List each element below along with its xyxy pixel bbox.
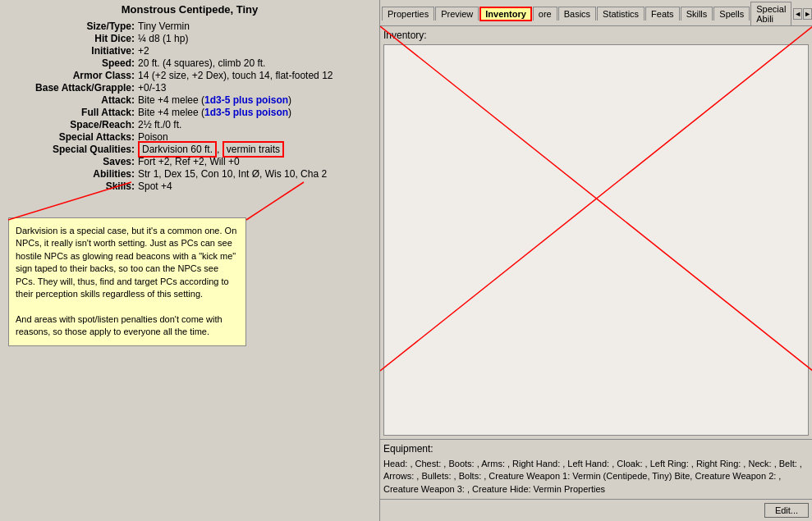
stat-label: Armor Class: [7,70,138,81]
stat-table: Size/Type: Tiny Vermin Hit Dice: ¼ d8 (1… [0,19,379,194]
left-panel: Monstrous Centipede, Tiny Size/Type: Tin… [0,0,379,521]
stat-label: Base Attack/Grapple: [7,82,138,94]
table-row: Abilities: Str 1, Dex 15, Con 10, Int Ø,… [7,168,373,180]
table-row: Hit Dice: ¼ d8 (1 hp) [7,33,373,44]
stat-value: Str 1, Dex 15, Con 10, Int Ø, Wis 10, Ch… [138,168,373,180]
stat-label: Special Qualities: [7,144,138,155]
stat-label: Full Attack: [7,107,138,118]
stat-value: 20 ft. (4 squares), climb 20 ft. [138,57,373,69]
stat-label: Hit Dice: [7,33,138,44]
edit-button[interactable]: Edit... [764,503,809,518]
stat-label: Space/Reach: [7,119,138,130]
table-row: Armor Class: 14 (+2 size, +2 Dex), touch… [7,70,373,81]
table-row: Skills: Spot +4 [7,181,373,192]
stat-value: ¼ d8 (1 hp) [138,33,373,44]
stat-value: 14 (+2 size, +2 Dex), touch 14, flat-foo… [138,70,373,81]
stat-label: Speed: [7,57,138,69]
stat-label: Skills: [7,181,138,192]
bottom-bar: Edit... [380,499,812,521]
stat-value: Bite +4 melee (1d3-5 plus poison) [138,107,373,118]
stat-value: Spot +4 [138,181,373,192]
stat-label: Abilities: [7,168,138,180]
right-panel: Properties Preview Inventory ore Basics … [379,0,812,521]
tab-statistics[interactable]: Statistics [597,7,645,21]
stat-label: Special Attacks: [7,131,138,143]
tab-basics[interactable]: Basics [558,7,596,21]
tab-next-button[interactable]: ► [803,8,812,20]
stat-value: +2 [138,45,373,57]
tab-properties[interactable]: Properties [382,7,434,21]
tab-inventory[interactable]: Inventory [479,7,532,21]
full-attack-link[interactable]: 1d3-5 plus poison [204,107,288,118]
table-row: Initiative: +2 [7,45,373,57]
creature-title: Monstrous Centipede, Tiny [0,0,379,19]
stat-value: +0/-13 [138,82,373,94]
vermin-traits-highlight[interactable]: vermin traits [222,141,284,158]
inventory-area: Inventory: [380,26,812,439]
table-row: Special Qualities: Darkvision 60 ft., ve… [7,144,373,155]
stat-label: Saves: [7,156,138,167]
tab-bar: Properties Preview Inventory ore Basics … [380,0,812,26]
equipment-section: Equipment: Head: , Chest: , Boots: , Arm… [380,439,812,499]
tab-prev-button[interactable]: ◄ [793,8,802,20]
equipment-content: Head: , Chest: , Boots: , Arms: , Right … [383,458,809,496]
stat-value: 2½ ft./0 ft. [138,119,373,130]
stat-value: Tiny Vermin [138,21,373,32]
darkvision-highlight[interactable]: Darkvision 60 ft. [138,141,217,158]
attack-link[interactable]: 1d3-5 plus poison [204,94,288,106]
stat-label: Initiative: [7,45,138,57]
stat-label: Size/Type: [7,21,138,32]
table-row: Space/Reach: 2½ ft./0 ft. [7,119,373,130]
tab-special-abili[interactable]: Special Abili [750,2,791,25]
tooltip-paragraph-2: And areas with spot/listen penalties don… [16,313,239,339]
table-row: Saves: Fort +2, Ref +2, Will +0 [7,156,373,167]
stat-value: Darkvision 60 ft., vermin traits [138,144,373,155]
equipment-label: Equipment: [383,443,809,455]
inventory-label: Inventory: [383,30,809,41]
tab-feats[interactable]: Feats [645,7,680,21]
stat-label: Attack: [7,94,138,106]
inventory-textarea[interactable] [383,44,809,436]
table-row: Base Attack/Grapple: +0/-13 [7,82,373,94]
tab-preview[interactable]: Preview [435,7,479,21]
stat-value: Fort +2, Ref +2, Will +0 [138,156,373,167]
table-row: Full Attack: Bite +4 melee (1d3-5 plus p… [7,107,373,118]
table-row: Attack: Bite +4 melee (1d3-5 plus poison… [7,94,373,106]
tab-skills[interactable]: Skills [681,7,713,21]
tooltip-box: Darkvision is a special case, but it's a… [8,217,246,346]
stat-value: Bite +4 melee (1d3-5 plus poison) [138,94,373,106]
tab-ore[interactable]: ore [533,7,557,21]
table-row: Size/Type: Tiny Vermin [7,21,373,32]
table-row: Speed: 20 ft. (4 squares), climb 20 ft. [7,57,373,69]
tooltip-paragraph-1: Darkvision is a special case, but it's a… [16,225,239,300]
tab-spells[interactable]: Spells [713,7,750,21]
